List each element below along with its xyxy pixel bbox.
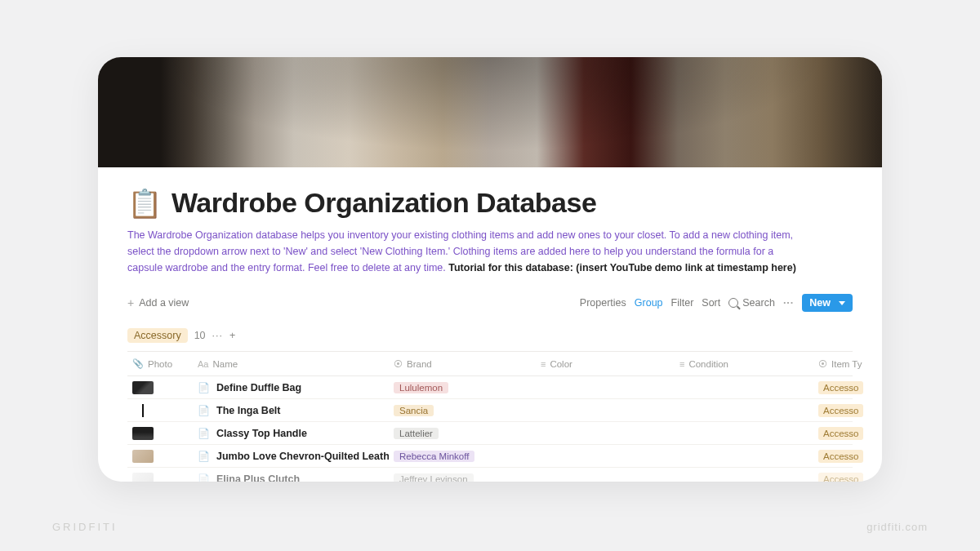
select-icon: ⦿: [818, 359, 827, 369]
photo-thumbnail: [132, 427, 154, 440]
multiselect-icon: ≡: [541, 359, 546, 369]
group-button[interactable]: Group: [635, 297, 663, 309]
row-name: Classy Top Handle: [216, 428, 307, 439]
page-icon: 📄: [198, 451, 210, 462]
brand-pill: Sancia: [394, 405, 434, 416]
table-row[interactable]: 📄The Inga Belt Sancia Accesso: [127, 399, 853, 422]
photo-thumbnail: [132, 473, 154, 482]
more-options-button[interactable]: ···: [783, 297, 794, 309]
col-color[interactable]: ≡Color: [536, 359, 675, 369]
group-more-button[interactable]: ···: [212, 330, 223, 341]
cell-photo: [127, 473, 193, 482]
photo-thumbnail: [132, 450, 154, 463]
table-row[interactable]: 📄Jumbo Love Chevron-Quilted Leathe Rebec…: [127, 445, 853, 468]
item-type-pill: Accesso: [818, 381, 863, 394]
cell-item-type: Accesso: [813, 427, 882, 440]
group-add-button[interactable]: +: [229, 330, 235, 341]
page-icon: 📄: [198, 473, 210, 482]
col-brand-label: Brand: [407, 359, 432, 369]
col-photo-label: Photo: [148, 359, 172, 369]
new-button[interactable]: New: [802, 294, 853, 312]
search-button[interactable]: Search: [728, 297, 775, 309]
table-row[interactable]: 📄Classy Top Handle Lattelier Accesso: [127, 422, 853, 445]
cell-name: 📄Elina Plus Clutch: [193, 473, 389, 482]
cell-item-type: Accesso: [813, 473, 882, 482]
select-icon: ⦿: [394, 359, 403, 369]
cell-brand: Jeffrey Levinson: [389, 473, 536, 482]
properties-button[interactable]: Properties: [580, 297, 626, 309]
page-icon: 📄: [198, 428, 210, 439]
cell-item-type: Accesso: [813, 404, 882, 417]
item-type-pill: Accesso: [818, 450, 863, 463]
col-photo[interactable]: 📎Photo: [127, 358, 193, 369]
notion-page-card: 📋 Wardrobe Organization Database The War…: [98, 57, 882, 482]
table-row[interactable]: 📄Define Duffle Bag Lululemon Accesso: [127, 376, 853, 399]
database-toolbar: + Add a view Properties Group Filter Sor…: [127, 294, 853, 317]
brand-pill: Lattelier: [394, 428, 439, 439]
page-description: The Wardrobe Organization database helps…: [127, 227, 805, 276]
filter-button[interactable]: Filter: [671, 297, 694, 309]
cell-photo: [127, 404, 193, 417]
brand-pill: Lululemon: [394, 382, 448, 393]
photo-thumbnail: [132, 381, 154, 394]
search-icon: [728, 298, 738, 308]
page-icon: 📄: [198, 405, 210, 416]
item-type-pill: Accesso: [818, 404, 863, 417]
title-row: 📋 Wardrobe Organization Database: [127, 187, 853, 219]
text-icon: Aa: [198, 359, 208, 369]
page-icon: 📄: [198, 382, 210, 393]
cell-brand: Lattelier: [389, 428, 536, 439]
chevron-down-icon: [839, 301, 845, 305]
item-type-pill: Accesso: [818, 427, 863, 440]
cell-brand: Rebecca Minkoff: [389, 451, 536, 462]
database-table: 📎Photo AaName ⦿Brand ≡Color ≡Condition ⦿…: [127, 351, 853, 482]
cell-photo: [127, 381, 193, 394]
sort-button[interactable]: Sort: [702, 297, 720, 309]
col-item-type[interactable]: ⦿Item Ty: [813, 359, 882, 369]
col-name-label: Name: [212, 359, 238, 369]
footer-url: gridfiti.com: [866, 521, 928, 533]
page-title: Wardrobe Organization Database: [172, 187, 596, 219]
row-name: Jumbo Love Chevron-Quilted Leathe: [216, 451, 389, 462]
cell-brand: Sancia: [389, 405, 536, 416]
search-label: Search: [742, 297, 775, 309]
cell-name: 📄Classy Top Handle: [193, 428, 389, 439]
cover-image: [98, 57, 882, 167]
row-name: Elina Plus Clutch: [216, 473, 300, 482]
col-name[interactable]: AaName: [193, 359, 389, 369]
footer-brand: GRIDFITI: [52, 521, 118, 533]
group-header: Accessory 10 ··· +: [127, 328, 853, 343]
page-emoji-icon: 📋: [127, 189, 162, 217]
cell-brand: Lululemon: [389, 382, 536, 393]
col-item-type-label: Item Ty: [831, 359, 862, 369]
group-tag[interactable]: Accessory: [127, 328, 188, 343]
page-content: 📋 Wardrobe Organization Database The War…: [98, 167, 882, 482]
col-color-label: Color: [550, 359, 572, 369]
cell-name: 📄Define Duffle Bag: [193, 382, 389, 393]
col-condition-label: Condition: [688, 359, 728, 369]
add-view-button[interactable]: + Add a view: [127, 296, 189, 309]
row-name: Define Duffle Bag: [216, 382, 301, 393]
brand-pill: Jeffrey Levinson: [394, 473, 474, 482]
cell-photo: [127, 427, 193, 440]
table-row[interactable]: 📄Elina Plus Clutch Jeffrey Levinson Acce…: [127, 468, 853, 482]
multiselect-icon: ≡: [679, 359, 684, 369]
photo-thumbnail: [132, 404, 154, 417]
cell-name: 📄Jumbo Love Chevron-Quilted Leathe: [193, 451, 389, 462]
brand-pill: Rebecca Minkoff: [394, 451, 474, 462]
col-condition[interactable]: ≡Condition: [675, 359, 813, 369]
attachment-icon: 📎: [132, 358, 144, 369]
cell-item-type: Accesso: [813, 450, 882, 463]
cell-name: 📄The Inga Belt: [193, 405, 389, 416]
tutorial-text: Tutorial for this database: (insert YouT…: [448, 262, 796, 273]
new-button-label: New: [809, 297, 831, 309]
plus-icon: +: [127, 296, 134, 309]
table-header: 📎Photo AaName ⦿Brand ≡Color ≡Condition ⦿…: [127, 352, 853, 376]
item-type-pill: Accesso: [818, 473, 863, 482]
cell-item-type: Accesso: [813, 381, 882, 394]
col-brand[interactable]: ⦿Brand: [389, 359, 536, 369]
group-count: 10: [194, 330, 206, 341]
cell-photo: [127, 450, 193, 463]
row-name: The Inga Belt: [216, 405, 280, 416]
toolbar-left: + Add a view: [127, 296, 189, 309]
